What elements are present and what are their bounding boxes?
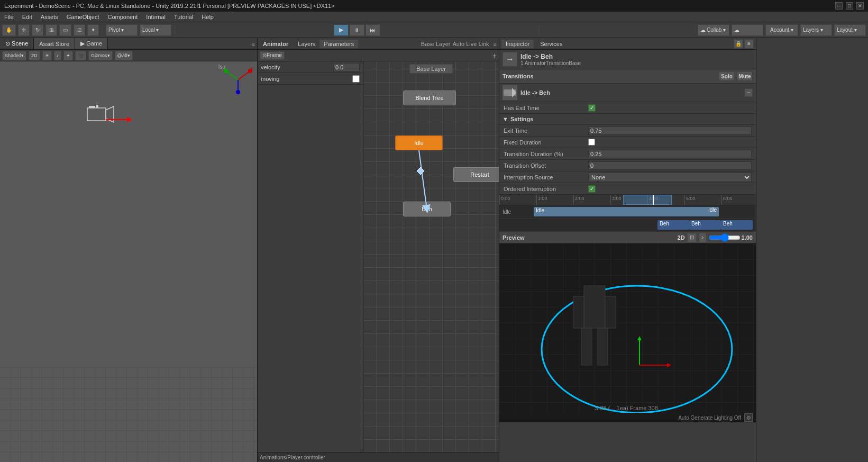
timeline-track-beh: Beh Beh Beh (499, 219, 756, 232)
preview-speed-control: 1.00 (709, 233, 753, 242)
param-moving-name: moving (261, 76, 352, 82)
custom-tool[interactable]: ✦ (87, 24, 99, 36)
tab-inspector[interactable]: Inspector (501, 40, 534, 48)
tab-game[interactable]: ▶ Game (75, 38, 108, 49)
menu-edit[interactable]: Edit (18, 13, 36, 21)
minimize-button[interactable]: ─ (835, 2, 843, 10)
timeline-ruler: 0:00 1:00 2:00 3:00 4:00 5:00 6:00 (499, 195, 756, 205)
node-blend-tree[interactable]: Blend Tree (403, 90, 456, 105)
layout-dropdown[interactable]: Layout ▾ (834, 24, 866, 36)
transitions-section-header: Transitions Solo Mute (499, 69, 756, 84)
ordered-interruption-checkbox[interactable]: ✓ (588, 185, 596, 193)
tick-3: 3:00 (610, 195, 622, 205)
remove-transition-button[interactable]: − (744, 88, 753, 97)
lighting-settings-button[interactable]: ⚙ (744, 413, 753, 422)
preview-speed-slider[interactable] (709, 233, 741, 242)
rotate-tool[interactable]: ↻ (32, 24, 43, 36)
2d-button[interactable]: 2D (29, 51, 40, 60)
beh-bar-1-label: Beh (657, 221, 669, 227)
pivot-dropdown[interactable]: Pivot ▾ (106, 24, 138, 36)
gizmos-dropdown[interactable]: Gizmos ▾ (88, 51, 113, 60)
node-beh[interactable]: Beh (403, 202, 451, 216)
scale-tool[interactable]: ⊞ (45, 24, 57, 36)
scene-panel-options[interactable]: ≡ (250, 40, 257, 48)
inspector-lock-button[interactable]: 🔒 (734, 39, 743, 49)
solo-button[interactable]: Solo (719, 71, 735, 81)
settings-label: Settings (510, 116, 533, 122)
preview-2d-label: 2D (678, 234, 685, 241)
cloud-button[interactable]: ☁ (732, 24, 763, 36)
has-exit-time-checkbox[interactable]: ✓ (588, 104, 596, 112)
menu-help[interactable]: Help (197, 13, 218, 21)
timeline-selection[interactable] (623, 195, 672, 205)
preview-speed-value: 1.00 (742, 234, 753, 241)
hand-tool[interactable]: ✋ (2, 24, 16, 36)
preview-normalize-button[interactable]: ⊡ (687, 233, 697, 242)
rect-tool[interactable]: ▭ (59, 24, 71, 36)
move-tool[interactable]: ✛ (18, 24, 30, 36)
fx-button[interactable]: ✦ (63, 51, 73, 60)
tab-services[interactable]: Services (536, 40, 567, 48)
mute-button[interactable]: Mute (737, 71, 753, 81)
animator-graph[interactable]: Base Layer Blend Tree Idle Restart Beh (363, 61, 499, 452)
svg-line-0 (238, 71, 250, 80)
param-moving-checkbox[interactable] (352, 75, 360, 83)
light-button[interactable]: ☀ (42, 51, 52, 60)
shaded-dropdown[interactable]: Shaded ▾ (2, 51, 26, 60)
transition-offset-row: Transition Offset (499, 160, 756, 171)
menu-tutorial[interactable]: Tutorial (170, 13, 197, 21)
all-label: @All (117, 53, 127, 58)
inspector-options-button[interactable]: ≡ (744, 39, 754, 49)
preview-audio-button[interactable]: ♪ (699, 233, 707, 242)
audio-button[interactable]: ♪ (54, 51, 62, 60)
transition-idle-beh[interactable]: Idle -> Beh − (499, 84, 756, 102)
preview-viewport[interactable]: S:08 (... 1ea) Frame 308 (499, 243, 756, 413)
play-button[interactable]: ▶ (334, 24, 349, 36)
exit-time-input[interactable] (588, 126, 752, 135)
axis-widget: X Y Z (224, 66, 253, 95)
svg-text:S:08 (... 1ea) Frame 308: S:08 (... 1ea) Frame 308 (595, 405, 658, 411)
menu-component[interactable]: Component (103, 13, 142, 21)
settings-section-header[interactable]: ▼ Settings (499, 114, 756, 125)
node-restart[interactable]: Restart (453, 167, 499, 182)
menu-file[interactable]: File (0, 13, 18, 21)
preview-label: Preview (502, 234, 525, 241)
scene-view[interactable]: X Y Z Iso (0, 61, 257, 462)
tab-parameters[interactable]: Parameters (319, 40, 358, 48)
animator-file-path: Animations/Player.controller (258, 452, 499, 462)
interruption-source-select[interactable]: None Source State Destination State (588, 173, 752, 182)
transition-offset-value (588, 161, 752, 170)
layers-dropdown[interactable]: Layers ▾ (800, 24, 832, 36)
menu-assets[interactable]: Assets (36, 13, 62, 21)
animator-options[interactable]: ≡ (491, 41, 499, 47)
sep3 (538, 25, 539, 35)
auto-live-link[interactable]: Auto Live Link (452, 41, 489, 47)
all-dropdown[interactable]: @All ▾ (115, 51, 133, 60)
account-button[interactable]: Account ▾ (765, 24, 798, 36)
tab-scene[interactable]: ⊙ Scene (0, 38, 34, 49)
maximize-button[interactable]: □ (846, 2, 853, 10)
track-idle-content: Idle Idle (534, 205, 756, 218)
node-idle[interactable]: Idle (395, 135, 443, 150)
local-dropdown[interactable]: Local ▾ (140, 24, 171, 36)
animator-header: Animator Layers Parameters Base Layer Au… (258, 38, 499, 50)
tab-layers[interactable]: Layers (294, 40, 319, 48)
anim-add-button[interactable]: + (492, 51, 497, 60)
param-velocity-input[interactable] (333, 63, 360, 71)
timeline-playhead[interactable] (653, 195, 654, 205)
transition-offset-input[interactable] (588, 161, 752, 170)
step-button[interactable]: ⏭ (366, 24, 380, 36)
main-area: ⊙ Scene Asset Store ▶ Game ≡ Shaded ▾ 2D… (0, 38, 868, 462)
menu-gameobject[interactable]: GameObject (62, 13, 104, 21)
interruption-source-label: Interruption Source (504, 174, 588, 180)
close-button[interactable]: ✕ (856, 2, 864, 10)
tab-asset-store[interactable]: Asset Store (34, 38, 75, 49)
transition-duration-input[interactable] (588, 150, 752, 158)
fixed-duration-checkbox[interactable] (588, 139, 595, 146)
pause-button[interactable]: ⏸ (350, 24, 364, 36)
collab-dropdown[interactable]: ☁ Collab ▾ (698, 24, 729, 36)
inspector-scroll: → Idle -> Beh 1 AnimatorTransitionBase T… (499, 50, 756, 462)
scene-cam-button[interactable]: 🎥 (75, 51, 86, 60)
transform-tool[interactable]: ⊡ (74, 24, 85, 36)
menu-internal[interactable]: Internal (142, 13, 170, 21)
